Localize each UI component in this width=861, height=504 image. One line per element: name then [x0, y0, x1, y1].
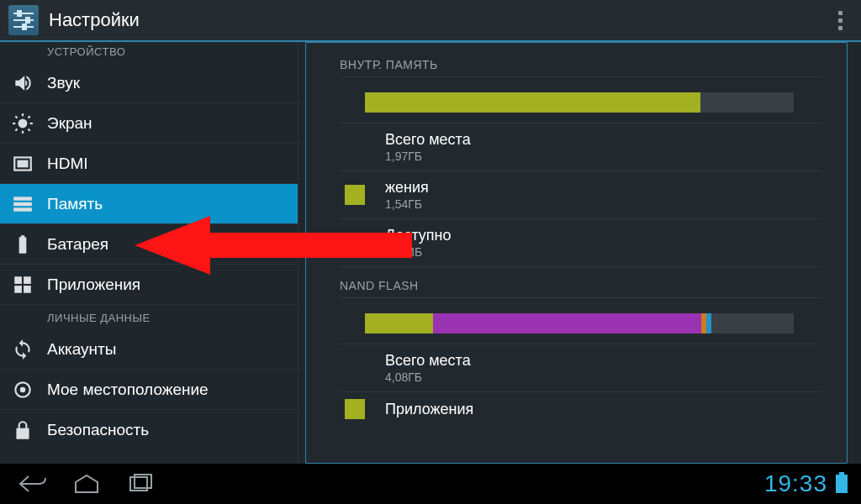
home-button[interactable]: [67, 471, 106, 496]
lock-icon: [12, 419, 34, 441]
nav-section-device: УСТРОЙСТВО: [0, 44, 298, 63]
stat-avail-internal[interactable]: Доступно 369МБ: [340, 219, 821, 267]
svg-rect-16: [14, 286, 22, 293]
nav-label: Мое местоположение: [47, 381, 209, 399]
stat-label: Приложения: [385, 400, 473, 418]
sync-icon: [12, 339, 34, 360]
stat-value: 1,54ГБ: [385, 197, 429, 212]
status-clock[interactable]: 19:33: [764, 470, 827, 497]
nav-label: Экран: [47, 114, 92, 133]
nand-usage-bar[interactable]: [340, 298, 821, 344]
stat-total-internal[interactable]: Всего места 1,97ГБ: [340, 123, 821, 171]
stat-label: жения: [385, 178, 429, 197]
section-internal: ВНУТР. ПАМЯТЬ: [340, 51, 821, 77]
sound-icon: [12, 72, 34, 94]
nav-item-location[interactable]: Мое местоположение: [0, 370, 298, 410]
nav-item-hdmi[interactable]: HDMI: [0, 144, 298, 184]
storage-detail-panel: ВНУТР. ПАМЯТЬ Всего места 1,97ГБ: [305, 42, 848, 464]
system-bar: 19:33: [0, 464, 861, 504]
svg-line-5: [15, 116, 17, 118]
stat-value: 369МБ: [385, 244, 452, 260]
hdmi-icon: [12, 153, 34, 175]
nav-item-accounts[interactable]: Аккаунты: [0, 329, 298, 370]
bar-seg-free: [700, 92, 781, 113]
overflow-menu-button[interactable]: [827, 11, 861, 30]
nav-item-display[interactable]: Экран: [0, 103, 298, 144]
internal-usage-bar[interactable]: [340, 77, 821, 123]
settings-nav: УСТРОЙСТВО Звук Экран HDMI: [0, 42, 298, 464]
stat-value: 1,97ГБ: [385, 149, 471, 164]
color-swatch-apps: [345, 399, 365, 419]
stat-label: Всего места: [385, 130, 471, 149]
section-nand: NAND FLASH: [340, 272, 821, 298]
settings-icon: [8, 5, 39, 35]
bar-seg-media: [433, 313, 701, 333]
bar-seg-apps: [365, 313, 433, 333]
svg-line-6: [29, 129, 30, 130]
brightness-icon: [12, 113, 34, 134]
nav-item-apps[interactable]: Приложения: [0, 265, 298, 305]
nav-item-sound[interactable]: Звук: [0, 63, 298, 103]
svg-point-19: [20, 386, 26, 392]
svg-rect-10: [18, 160, 29, 167]
nav-label: Приложения: [47, 276, 140, 294]
nav-label: Аккаунты: [47, 340, 116, 359]
stat-label: Всего места: [385, 351, 471, 370]
stat-total-nand[interactable]: Всего места 4,08ГБ: [340, 344, 821, 392]
recents-button[interactable]: [121, 471, 160, 496]
nav-section-personal: ЛИЧНЫЕ ДАННЫЕ: [0, 305, 298, 329]
page-title: Настройки: [49, 9, 140, 31]
nav-item-battery[interactable]: Батарея: [0, 224, 298, 265]
apps-icon: [12, 274, 34, 296]
nav-label: HDMI: [47, 155, 88, 173]
svg-rect-14: [14, 276, 22, 284]
nav-item-security[interactable]: Безопасность: [0, 410, 298, 450]
nav-label: Батарея: [47, 235, 108, 254]
color-swatch-free: [345, 233, 365, 253]
svg-rect-15: [24, 276, 31, 284]
stat-apps-nand[interactable]: Приложения: [340, 392, 821, 426]
back-button[interactable]: [13, 471, 52, 496]
svg-rect-13: [13, 207, 32, 211]
location-icon: [12, 379, 34, 401]
app-bar: Настройки: [0, 0, 861, 42]
stat-value: 4,08ГБ: [385, 370, 471, 385]
color-swatch-apps: [345, 185, 365, 205]
svg-rect-11: [13, 197, 32, 200]
nav-label: Звук: [47, 74, 80, 92]
stat-label: Доступно: [385, 226, 452, 244]
svg-point-0: [18, 118, 28, 128]
svg-line-8: [29, 116, 30, 118]
stat-apps-internal[interactable]: жения 1,54ГБ: [340, 171, 821, 219]
svg-rect-12: [13, 202, 32, 205]
battery-status-icon[interactable]: [836, 475, 848, 493]
battery-icon: [12, 234, 34, 255]
storage-icon: [12, 193, 34, 215]
nav-item-storage[interactable]: Память: [0, 184, 298, 224]
svg-line-7: [15, 129, 17, 130]
bar-seg-free: [711, 313, 794, 333]
svg-rect-17: [24, 286, 31, 293]
nav-label: Безопасность: [47, 421, 149, 439]
nav-label: Память: [47, 195, 103, 213]
bar-seg-apps: [365, 92, 700, 113]
